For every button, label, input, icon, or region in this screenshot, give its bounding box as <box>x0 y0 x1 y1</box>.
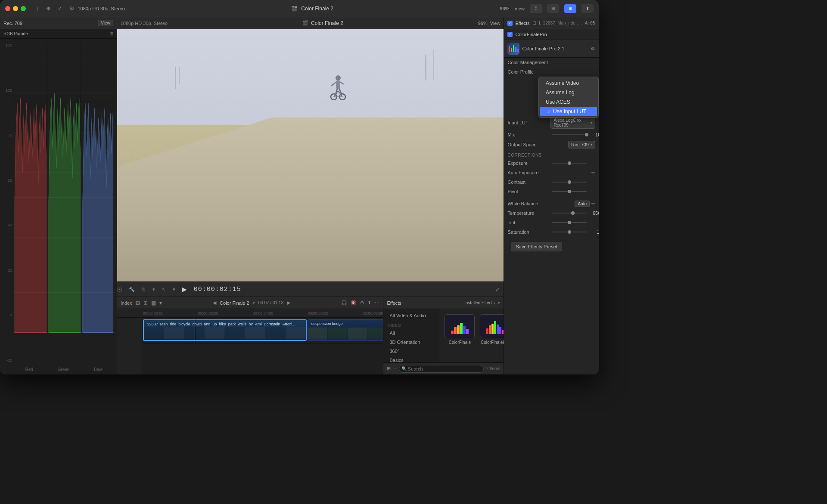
temperature-label: Temperature <box>507 210 550 216</box>
cat-3d-orientation[interactable]: 3D Orientation <box>385 338 437 346</box>
view-button[interactable]: View <box>514 6 525 11</box>
inspector-checkbox[interactable]: ✓ <box>507 21 513 26</box>
timeline-dropdown-icon[interactable]: ▾ <box>253 301 255 305</box>
tint-slider[interactable] <box>552 222 587 223</box>
check-icon[interactable]: ✓ <box>58 5 62 12</box>
pivot-row: Pivot 0 <box>504 187 599 196</box>
rotate-icon[interactable]: ↻ <box>142 287 146 292</box>
effects-search-input[interactable] <box>408 366 480 371</box>
crop-icon[interactable]: ⊡ <box>117 286 122 293</box>
close-button[interactable] <box>5 6 10 11</box>
y-label-25: 25 <box>2 268 12 272</box>
layout-btn-2[interactable]: ⊟ <box>547 4 559 13</box>
timeline-toolbar: Index ⊟ ⊞ ▦ ▾ ◀ Color Finale 2 ▾ 04:07 /… <box>117 297 383 309</box>
fullscreen-btn[interactable]: ⤢ <box>495 286 500 293</box>
clip-view-btn[interactable]: ▦ <box>151 300 156 306</box>
dropdown-assume-log[interactable]: Assume Log <box>539 88 598 97</box>
zoom-percentage[interactable]: 96% <box>478 21 488 26</box>
audio-btn[interactable]: 🎧 <box>341 300 347 306</box>
prev-nav[interactable]: ◀ <box>213 300 216 306</box>
grid-view-btn[interactable]: ⊞ <box>143 300 148 306</box>
list-view-icon[interactable]: ≡ <box>393 366 396 371</box>
auto-wb-btn[interactable]: Auto <box>575 201 590 207</box>
auto-exposure-label: Auto Exposure <box>507 170 550 175</box>
video-title-bar: 🎬 Color Finale 2 <box>169 20 476 26</box>
layout-btn-1[interactable]: ⠿ <box>530 4 542 13</box>
cursor-icon[interactable]: ↖ <box>162 287 166 292</box>
share-btn[interactable]: ⬆ <box>581 4 594 13</box>
saturation-slider[interactable] <box>552 232 587 232</box>
more-icon[interactable]: ▾ <box>152 287 155 292</box>
mix-slider[interactable] <box>552 134 587 135</box>
scope-expand-icon[interactable]: ⊞ <box>109 31 113 37</box>
view-more-btn[interactable]: ▾ <box>159 300 162 306</box>
output-space-select[interactable]: Rec.709 ▾ <box>568 141 595 148</box>
input-lut-select[interactable]: Alexa LogC to Rec709 ▾ <box>550 117 595 129</box>
wb-pencil[interactable]: ✏ <box>591 201 595 207</box>
input-lut-control[interactable]: Alexa LogC to Rec709 ▾ <box>550 117 595 129</box>
cat-all-video-audio[interactable]: All Video & Audio <box>385 311 437 320</box>
colorfinale-pro-label: ColorFinalePro <box>481 340 504 345</box>
timeline-project-name: Color Finale 2 <box>220 300 249 306</box>
clip-bridge[interactable]: suspension bridge <box>308 319 383 341</box>
grid-view-icon[interactable]: ⊞ <box>387 366 391 371</box>
cat-360[interactable]: 360° <box>385 347 437 356</box>
effect-colorfinale[interactable]: ColorFinale <box>445 314 475 345</box>
output-space-value: Rec.709 <box>571 142 589 147</box>
svg-rect-25 <box>460 323 463 334</box>
auto-exposure-pencil[interactable]: ✏ <box>591 170 595 176</box>
titlebar-center: 🎬 Color Finale 2 <box>125 6 500 12</box>
more-options-btn[interactable]: ⋯ <box>375 300 379 306</box>
minimize-button[interactable] <box>13 6 18 11</box>
installed-dropdown-icon[interactable]: ▾ <box>498 301 500 305</box>
cat-all[interactable]: All <box>385 329 437 337</box>
dropdown-use-input-lut[interactable]: ✓ Use Input LUT <box>540 107 597 116</box>
cat-basics[interactable]: Basics <box>385 356 437 362</box>
clip-bmx[interactable]: 22637_Man_ride_bicycle_down_and_up_bike_… <box>143 319 307 341</box>
key-icon[interactable]: ⊕ <box>46 5 51 12</box>
timeline-index-col <box>117 318 143 374</box>
contrast-slider[interactable] <box>552 182 587 182</box>
svg-rect-32 <box>494 321 496 334</box>
exposure-slider[interactable] <box>552 163 587 164</box>
mix-label: Mix <box>507 132 550 137</box>
contrast-control: 0 <box>550 179 599 185</box>
tint-row: Tint 0 <box>504 218 599 227</box>
zoom-level[interactable]: 96% <box>500 6 509 11</box>
temperature-slider[interactable] <box>552 213 587 213</box>
maximize-button[interactable] <box>21 6 26 11</box>
play-button[interactable]: ▶ <box>182 286 187 293</box>
snap-btn[interactable]: ⊕ <box>360 300 364 306</box>
pivot-slider[interactable] <box>552 191 587 192</box>
effect-colorfinale-pro[interactable]: ColorFinalePro <box>480 314 504 345</box>
svg-rect-22 <box>451 331 454 334</box>
cursor-more-icon[interactable]: ▾ <box>173 287 175 292</box>
inspector-info-icon[interactable]: ℹ <box>539 20 541 26</box>
cfp-settings-icon[interactable]: ⚙ <box>591 46 595 52</box>
layout-btn-3[interactable]: ⊞ <box>564 4 576 13</box>
svg-point-10 <box>336 75 341 80</box>
svg-rect-33 <box>497 325 499 334</box>
save-effects-preset-btn[interactable]: Save Effects Preset <box>511 242 562 251</box>
waveform-view-btn[interactable]: View <box>98 20 113 26</box>
next-nav[interactable]: ▶ <box>287 300 290 306</box>
project-title: Color Finale 2 <box>301 6 333 12</box>
cfp-icon <box>507 43 519 55</box>
list-view-btn[interactable]: ⊟ <box>136 300 140 306</box>
mute-btn[interactable]: 🔇 <box>351 300 357 306</box>
view-btn[interactable]: View <box>490 21 501 26</box>
tools-icon[interactable]: 🔧 <box>129 287 135 292</box>
effects-search-container[interactable]: 🔍 <box>399 365 484 373</box>
dropdown-use-aces[interactable]: Use ACES <box>539 97 598 107</box>
svg-rect-26 <box>463 326 466 334</box>
ruler-mark-0: 00:00:00:00 <box>143 311 164 315</box>
inspector-filter-icon[interactable]: ⊟ <box>532 20 536 26</box>
contrast-label: Contrast <box>507 179 550 185</box>
share-btn-2[interactable]: ⬆ <box>367 300 371 306</box>
back-icon[interactable]: ↓ <box>36 5 39 12</box>
effects-footer: ⊞ ≡ 🔍 2 Items <box>383 362 504 374</box>
tint-label: Tint <box>507 220 550 225</box>
cfp-checkbox[interactable]: ✓ <box>507 32 513 37</box>
dropdown-assume-video[interactable]: Assume Video <box>539 78 598 88</box>
settings-icon[interactable]: ⚙ <box>69 5 75 12</box>
